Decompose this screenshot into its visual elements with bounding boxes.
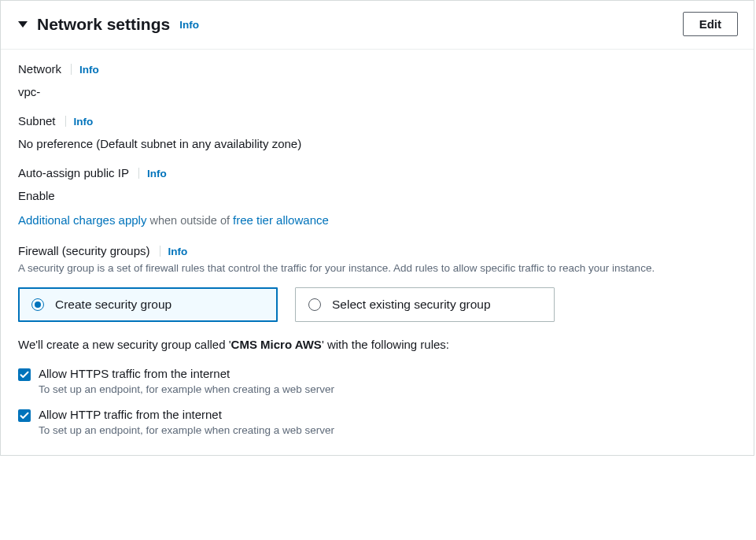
checkbox-allow-https[interactable] (18, 368, 31, 381)
radio-create-security-group[interactable]: Create security group (18, 287, 278, 322)
firewall-info-link[interactable]: Info (168, 246, 188, 257)
network-settings-panel: Network settings Info Edit Network Info … (0, 0, 754, 456)
rule-http-label: Allow HTTP traffic from the internet (39, 408, 334, 421)
radio-select-label: Select existing security group (332, 298, 491, 312)
rule-https-label: Allow HTTPS traffic from the internet (39, 367, 334, 380)
subnet-value: No preference (Default subnet in any ava… (18, 137, 736, 150)
rule-https-help: To set up an endpoint, for example when … (39, 383, 334, 395)
radio-icon (308, 298, 321, 311)
radio-icon (31, 298, 44, 311)
public-ip-label: Auto-assign public IP (18, 166, 129, 179)
separator (65, 116, 66, 127)
edit-button[interactable]: Edit (683, 12, 738, 36)
separator (138, 168, 139, 179)
checkmark-icon (20, 411, 29, 420)
sg-suffix: ' with the following rules: (322, 338, 449, 351)
subnet-info-link[interactable]: Info (74, 116, 94, 128)
radio-create-label: Create security group (55, 298, 171, 312)
sg-name: CMS Micro AWS (231, 338, 322, 351)
additional-charges-link[interactable]: Additional charges apply (18, 213, 146, 227)
network-label: Network (18, 62, 61, 76)
rule-https-row: Allow HTTPS traffic from the internet To… (18, 367, 736, 395)
panel-title: Network settings (37, 15, 170, 34)
firewall-radio-group: Create security group Select existing se… (18, 287, 736, 322)
network-info-link[interactable]: Info (79, 64, 99, 76)
network-value: vpc- (18, 85, 736, 98)
sg-prefix: We'll create a new security group called… (18, 338, 231, 351)
checkbox-allow-http[interactable] (18, 409, 31, 422)
panel-header: Network settings Info Edit (1, 1, 754, 50)
radio-select-existing-security-group[interactable]: Select existing security group (295, 287, 555, 322)
security-group-create-text: We'll create a new security group called… (18, 338, 736, 351)
free-tier-link[interactable]: free tier allowance (233, 213, 329, 227)
separator (160, 246, 160, 257)
header-info-link[interactable]: Info (179, 19, 199, 31)
rule-http-row: Allow HTTP traffic from the internet To … (18, 408, 736, 436)
charges-mid: when outside of (146, 214, 233, 227)
separator (71, 64, 72, 75)
subnet-label: Subnet (18, 114, 56, 128)
public-ip-value: Enable (18, 189, 736, 202)
public-ip-info-link[interactable]: Info (147, 168, 167, 179)
collapse-caret-icon[interactable] (18, 21, 28, 28)
firewall-help-text: A security group is a set of firewall ru… (18, 261, 736, 276)
rule-http-help: To set up an endpoint, for example when … (39, 424, 334, 436)
checkmark-icon (20, 370, 29, 379)
firewall-label: Firewall (security groups) (18, 244, 150, 257)
charges-note: Additional charges apply when outside of… (18, 213, 736, 227)
panel-body: Network Info vpc- Subnet Info No prefere… (1, 50, 754, 455)
